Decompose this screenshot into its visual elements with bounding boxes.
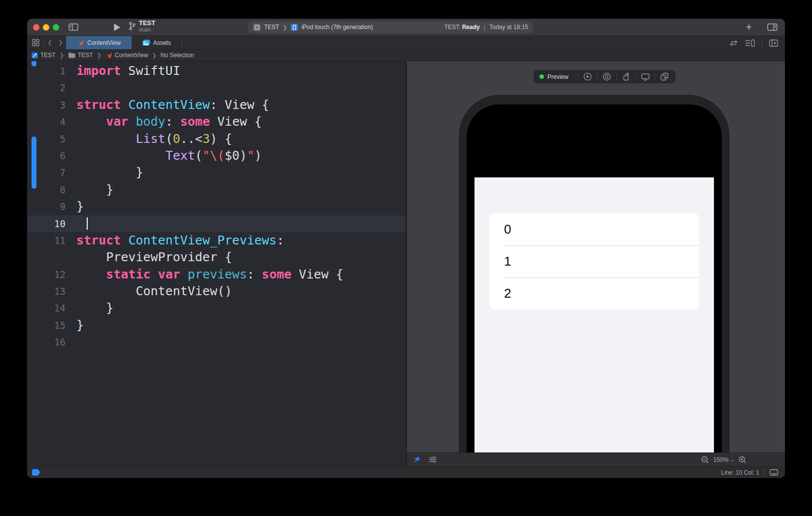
breakpoints-toggle-button[interactable] bbox=[32, 469, 40, 476]
list-item[interactable]: 2 bbox=[489, 277, 699, 310]
code-text: ContentView() bbox=[76, 284, 232, 298]
code-text: static var previews: some View { bbox=[76, 267, 343, 281]
tab-label: ContentView bbox=[87, 39, 121, 46]
code-text: } bbox=[76, 301, 113, 315]
chevron-left-icon: ❮ bbox=[47, 39, 52, 46]
list-item[interactable]: 1 bbox=[489, 245, 699, 277]
line-number[interactable]: 3 bbox=[27, 97, 66, 113]
app-project-icon bbox=[32, 52, 38, 59]
line-number[interactable]: 15 bbox=[27, 317, 66, 334]
change-marker[interactable] bbox=[32, 137, 36, 189]
line-number[interactable]: 9 bbox=[27, 198, 66, 215]
line-number[interactable]: 14 bbox=[27, 300, 66, 316]
build-status-time: Today at 18:15 bbox=[489, 24, 528, 31]
chevron-right-icon: ❯ bbox=[97, 52, 102, 59]
swift-file-icon bbox=[77, 39, 84, 46]
live-preview-button[interactable] bbox=[583, 72, 593, 81]
code-line[interactable]: 10 bbox=[27, 215, 406, 232]
code-line[interactable]: 2 bbox=[27, 79, 406, 96]
code-text: PreviewProvider { bbox=[76, 250, 232, 264]
line-number[interactable]: 16 bbox=[27, 334, 66, 350]
code-text: List(0..<3) { bbox=[76, 132, 232, 146]
code-line[interactable]: 12 static var previews: some View { bbox=[27, 266, 406, 283]
adjust-lines-icon bbox=[429, 456, 437, 463]
minimize-window-button[interactable] bbox=[43, 24, 49, 31]
code-text: } bbox=[76, 182, 113, 197]
code-text: } bbox=[76, 199, 84, 213]
preview-toolbar: Preview bbox=[534, 70, 676, 83]
destination-name[interactable]: iPod touch (7th generation) bbox=[302, 24, 373, 31]
list-item[interactable]: 0 bbox=[489, 213, 699, 245]
assets-catalog-icon bbox=[142, 39, 150, 46]
inspect-preview-button[interactable] bbox=[621, 72, 631, 81]
source-editor[interactable]: 1import SwiftUI23struct ContentView: Vie… bbox=[27, 61, 406, 466]
line-number[interactable]: 12 bbox=[27, 266, 66, 283]
duplicate-preview-button[interactable] bbox=[660, 72, 670, 81]
code-line[interactable]: 13 ContentView() bbox=[27, 283, 406, 300]
line-number[interactable]: 11 bbox=[27, 232, 66, 249]
editor-grid-button[interactable] bbox=[27, 36, 44, 49]
line-number[interactable]: 10 bbox=[27, 215, 66, 232]
code-line[interactable]: 7 } bbox=[27, 164, 406, 181]
forward-button[interactable]: ❯ bbox=[55, 36, 66, 49]
zoom-window-button[interactable] bbox=[53, 24, 59, 31]
code-line[interactable]: 15} bbox=[27, 317, 406, 334]
code-line[interactable]: 3struct ContentView: View { bbox=[27, 97, 406, 113]
preview-canvas: 012 Preview bbox=[407, 61, 785, 466]
chevron-down-icon: ⌄ bbox=[730, 457, 734, 462]
swap-editor-button[interactable] bbox=[729, 40, 738, 46]
toggle-navigator-button[interactable] bbox=[67, 19, 80, 35]
zoom-out-button[interactable] bbox=[701, 456, 709, 464]
code-line[interactable]: 9} bbox=[27, 198, 406, 215]
code-text: } bbox=[76, 165, 143, 179]
toggle-inspector-button[interactable] bbox=[765, 19, 779, 35]
pin-preview-button[interactable] bbox=[413, 456, 421, 464]
code-text: import SwiftUI bbox=[76, 64, 180, 78]
zoom-in-button[interactable] bbox=[739, 456, 746, 464]
code-line[interactable]: 6 Text("\($0)") bbox=[27, 147, 406, 164]
change-marker-top[interactable] bbox=[32, 61, 36, 67]
chevron-right-icon: ❯ bbox=[60, 52, 64, 59]
minimap-options-button[interactable] bbox=[745, 39, 755, 47]
branch-name: main bbox=[139, 27, 155, 33]
code-line[interactable]: 4 var body: some View { bbox=[27, 113, 406, 130]
breadcrumb-file[interactable]: ContentView bbox=[105, 52, 148, 59]
run-button[interactable] bbox=[110, 19, 124, 35]
add-editor-split-button[interactable] bbox=[769, 39, 778, 47]
close-window-button[interactable] bbox=[33, 24, 39, 31]
scm-branch-status[interactable]: TEST main bbox=[128, 20, 155, 33]
zoom-level[interactable]: 150% ⌄ bbox=[713, 456, 734, 463]
chevron-right-icon: ❯ bbox=[152, 52, 157, 59]
code-line[interactable]: PreviewProvider { bbox=[27, 249, 406, 266]
code-line[interactable]: 5 List(0..<3) { bbox=[27, 131, 406, 147]
code-line[interactable]: 11struct ContentView_Previews: bbox=[27, 232, 406, 249]
preview-options-button[interactable] bbox=[429, 456, 437, 463]
chevron-right-icon: ❯ bbox=[283, 24, 287, 31]
back-button[interactable]: ❮ bbox=[44, 36, 55, 49]
breadcrumb-project[interactable]: TEST bbox=[32, 52, 56, 59]
build-status-state: Ready bbox=[462, 24, 480, 31]
preview-on-device-button[interactable] bbox=[602, 72, 612, 81]
code-line[interactable]: 1import SwiftUI bbox=[27, 63, 406, 79]
preview-display-button[interactable] bbox=[641, 73, 650, 81]
scheme-name[interactable]: TEST bbox=[264, 24, 279, 31]
sidebar-right-icon bbox=[767, 23, 778, 31]
tab-contentview[interactable]: ContentView bbox=[66, 36, 132, 49]
tab-assets[interactable]: Assets bbox=[132, 36, 182, 49]
line-number[interactable]: 4 bbox=[27, 113, 66, 130]
code-lines[interactable]: 1import SwiftUI23struct ContentView: Vie… bbox=[27, 63, 406, 351]
activity-view[interactable]: TEST ❯ iPod touch (7th generation) TEST:… bbox=[248, 21, 533, 33]
preview-bottom-bar: 150% ⌄ bbox=[407, 452, 785, 466]
toolbar: TEST main TEST ❯ bbox=[27, 19, 785, 35]
code-line[interactable]: 8 } bbox=[27, 181, 406, 198]
breadcrumb-selection[interactable]: No Selection bbox=[161, 52, 194, 59]
line-number[interactable]: 13 bbox=[27, 283, 66, 300]
build-status[interactable]: TEST: Ready | Today at 18:15 bbox=[444, 24, 528, 31]
add-editor-plus-button[interactable]: + bbox=[743, 19, 755, 35]
swiftui-list: 012 bbox=[489, 213, 699, 310]
editor-only-layout-button[interactable] bbox=[770, 469, 778, 476]
line-number[interactable]: 2 bbox=[27, 79, 66, 96]
code-line[interactable]: 14 } bbox=[27, 300, 406, 316]
breadcrumb-folder[interactable]: TEST bbox=[68, 52, 93, 59]
code-line[interactable]: 16 bbox=[27, 334, 406, 350]
